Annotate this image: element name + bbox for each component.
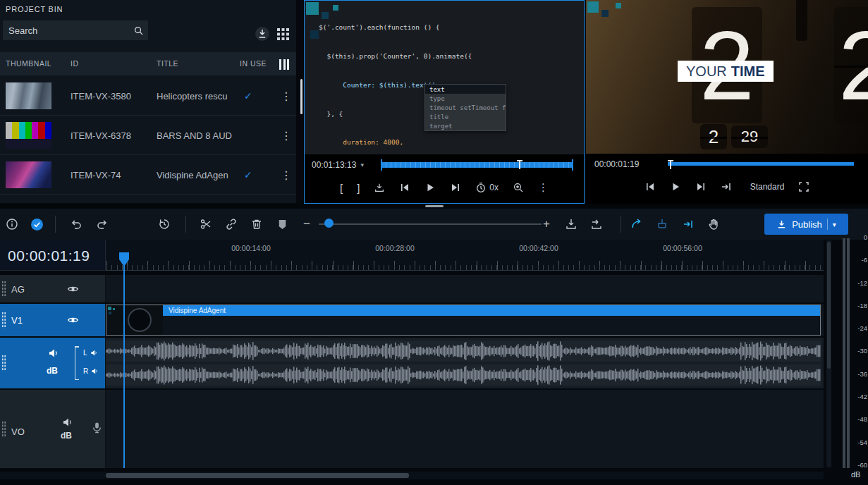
info-icon[interactable]: [4, 216, 20, 233]
mosaic-pixel: [616, 3, 621, 8]
play-icon[interactable]: [424, 182, 436, 193]
search-icon: [133, 25, 144, 36]
track-header-a1[interactable]: dB L R: [0, 338, 106, 388]
autocomplete-popup: text type timeout setTimeout function ti…: [424, 84, 506, 131]
kebab-menu-icon[interactable]: ⋮: [538, 181, 549, 194]
skip-next-icon[interactable]: [450, 182, 461, 193]
speaker-icon[interactable]: [48, 348, 59, 359]
kebab-menu-icon[interactable]: ⋮: [281, 128, 292, 142]
bin-row[interactable]: ITEM-VX-3580 Helicopters rescu ✓ ⋮: [0, 76, 296, 116]
goto-end-icon[interactable]: [721, 181, 732, 192]
bin-row[interactable]: ITEM-VX-6378 BARS AND 8 AUD ⋮: [0, 116, 296, 155]
column-id[interactable]: ID: [71, 59, 79, 68]
drag-handle-icon[interactable]: [1, 355, 6, 372]
program-viewport: 2 2 2 29 YOUR TIME: [586, 0, 868, 154]
db-button[interactable]: dB: [47, 366, 58, 376]
grid-view-icon[interactable]: [277, 28, 289, 40]
out-point-pin[interactable]: [572, 159, 573, 171]
drag-handle-icon[interactable]: [1, 421, 6, 438]
video-clip[interactable]: Vidispine AdAgent: [106, 305, 821, 336]
bin-scrollbar[interactable]: [300, 79, 302, 114]
history-icon[interactable]: [156, 216, 173, 233]
track-header-ag[interactable]: AG: [0, 275, 106, 302]
microphone-icon[interactable]: [90, 421, 104, 434]
track-content-a1[interactable]: [106, 338, 824, 388]
track-content-vo[interactable]: [106, 390, 824, 468]
panel-splitter[interactable]: [0, 204, 868, 209]
track-content-ag[interactable]: [106, 275, 824, 302]
play-icon[interactable]: [670, 181, 681, 192]
set-out-button[interactable]: ]: [357, 182, 360, 194]
track-header-v1[interactable]: V1: [0, 304, 106, 336]
audio-waveform-right[interactable]: [106, 364, 821, 386]
zoom-icon[interactable]: [513, 182, 524, 193]
redo-icon[interactable]: [94, 216, 111, 233]
skip-previous-icon[interactable]: [399, 182, 410, 193]
track-content-v1[interactable]: Vidispine AdAgent: [106, 304, 824, 336]
search-input[interactable]: [8, 25, 133, 36]
column-title[interactable]: TITLE: [157, 59, 178, 68]
trash-icon[interactable]: [248, 216, 265, 233]
undo-icon[interactable]: [68, 216, 85, 233]
source-playhead-marker[interactable]: [519, 160, 520, 169]
channel-right-label: R: [83, 367, 88, 375]
scrollbar-thumb[interactable]: [827, 242, 831, 369]
chevron-down-icon[interactable]: ▾: [360, 161, 364, 168]
columns-icon[interactable]: [279, 59, 289, 70]
track-header-vo[interactable]: VO dB: [0, 390, 106, 468]
scrollbar-thumb[interactable]: [106, 473, 409, 478]
marker-icon[interactable]: [274, 216, 291, 233]
timeline-vertical-scrollbar[interactable]: [826, 240, 831, 467]
thumbnail-helicopter[interactable]: [6, 82, 51, 109]
import-icon[interactable]: [255, 26, 270, 42]
overwrite-edit-icon[interactable]: [588, 216, 605, 233]
insert-edit-icon[interactable]: [563, 216, 580, 233]
speaker-icon[interactable]: [62, 417, 73, 428]
timeline-ruler[interactable]: 00:00:14:00 00:00:28:00 00:00:42:00 00:0…: [106, 240, 824, 271]
zoom-slider-track[interactable]: [319, 223, 542, 225]
set-in-button[interactable]: [: [340, 182, 343, 194]
db-button[interactable]: dB: [61, 431, 72, 441]
speaker-icon[interactable]: [91, 367, 99, 375]
publish-button[interactable]: Publish ▾: [764, 214, 848, 235]
drag-handle-icon[interactable]: [1, 312, 6, 329]
arrow-to-bar-icon[interactable]: [680, 216, 697, 233]
timeline-horizontal-scrollbar[interactable]: [0, 472, 824, 479]
fullscreen-icon[interactable]: [798, 181, 809, 192]
quality-selector[interactable]: Standard: [750, 182, 785, 192]
add-to-timeline-icon[interactable]: [374, 182, 385, 193]
kebab-menu-icon[interactable]: ⋮: [281, 89, 292, 102]
razor-icon[interactable]: [654, 216, 671, 233]
chevron-down-icon[interactable]: ▾: [833, 221, 836, 228]
bin-table-header: THUMBNAIL ID TITLE IN USE: [0, 52, 296, 76]
eye-icon[interactable]: [67, 314, 79, 326]
check-circle-icon[interactable]: [28, 216, 45, 233]
drag-handle-icon[interactable]: [1, 281, 6, 297]
source-timecode[interactable]: 00:01:13:13: [312, 160, 356, 170]
column-in-use[interactable]: IN USE: [240, 59, 267, 68]
playback-speed-control[interactable]: 0x: [475, 182, 499, 193]
curved-arrow-icon[interactable]: [628, 216, 645, 233]
skip-next-icon[interactable]: [695, 181, 707, 192]
audio-waveform-left[interactable]: [106, 340, 821, 362]
thumbnail-city[interactable]: [6, 161, 51, 188]
eye-icon[interactable]: [67, 283, 79, 295]
in-point-pin[interactable]: [381, 159, 382, 171]
program-scrubber[interactable]: [668, 162, 854, 166]
speaker-icon[interactable]: [90, 349, 98, 357]
timeline-toolbar: − + Publish ▾: [0, 209, 868, 240]
zoom-out-button[interactable]: −: [298, 216, 315, 233]
bin-row[interactable]: ITEM-VX-74 Vidispine AdAgen ✓ ⋮: [0, 155, 296, 195]
kebab-menu-icon[interactable]: ⋮: [281, 168, 292, 181]
in-use-check-icon: ✓: [244, 169, 252, 180]
unlink-icon[interactable]: [223, 216, 240, 233]
zoom-slider-thumb[interactable]: [324, 219, 334, 228]
hand-tool-icon[interactable]: [705, 216, 722, 233]
zoom-in-button[interactable]: +: [538, 216, 555, 233]
program-playhead-marker[interactable]: [670, 160, 671, 169]
thumbnail-color-bars[interactable]: [6, 122, 51, 149]
skip-previous-icon[interactable]: [644, 181, 656, 192]
source-scrubber[interactable]: [381, 162, 573, 168]
scissors-icon[interactable]: [197, 216, 214, 233]
splitter-handle[interactable]: [425, 205, 444, 207]
